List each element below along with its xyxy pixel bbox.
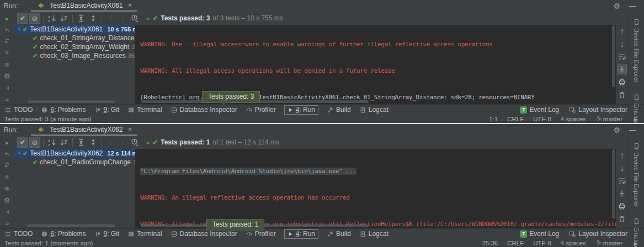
caret-position[interactable]: 25:36 [482, 240, 498, 246]
test-history-button[interactable] [129, 13, 140, 24]
line-separator[interactable]: CRLF [507, 240, 524, 246]
rerun-failed-tests-button[interactable] [3, 151, 11, 156]
expand-all-button[interactable] [76, 137, 87, 148]
sort-by-duration-button[interactable] [58, 137, 70, 148]
sidebar-item-emulator[interactable]: Emulator [633, 93, 640, 123]
test-settings-gear-icon[interactable]: ⚙ [4, 197, 10, 204]
git-branch-widget[interactable]: master [595, 240, 622, 246]
up-arrow-icon[interactable]: ↑ [617, 26, 627, 36]
camera-icon[interactable] [3, 186, 11, 191]
gear-icon[interactable]: ⚙ [613, 126, 620, 134]
collapse-all-button[interactable] [88, 137, 99, 148]
down-arrow-icon[interactable]: ↓ [617, 163, 627, 173]
tab-testb1basicactivityx061[interactable]: TestB1BasicActivityX061 ✕ [31, 0, 137, 12]
soft-wrap-button[interactable] [617, 52, 627, 62]
show-passed-toggle[interactable]: ✔ [17, 13, 28, 24]
toolwindow-git[interactable]: 9: Git [94, 230, 120, 238]
test-tree-root-row[interactable]: ˅ ✔ TestB1BasicActivityX062 (org.aplas.t… [14, 149, 135, 158]
sort-by-duration-button[interactable] [58, 13, 70, 24]
close-icon[interactable]: ✕ [127, 126, 132, 132]
layout-inspector-button[interactable]: Layout Inspector [568, 230, 627, 238]
clear-all-button[interactable] [617, 214, 627, 224]
indent-setting[interactable]: 4 spaces [561, 116, 586, 122]
toolwindow-database-inspector[interactable]: Database Inspector [171, 106, 237, 114]
next-occurrence-button[interactable]: ↓ [117, 137, 128, 148]
git-branch-widget[interactable]: master [595, 116, 622, 122]
test-settings-gear-icon[interactable]: ⚙ [4, 73, 10, 80]
toolwindow-run[interactable]: 4: Run [284, 105, 318, 115]
close-icon[interactable]: ✕ [127, 2, 132, 8]
toolwindow-logcat[interactable]: Logcat [359, 106, 388, 114]
previous-occurrence-button[interactable]: ↑ [105, 13, 116, 24]
rerun-button[interactable] [3, 17, 11, 22]
test-tree-row[interactable]: ✔ check_01_StringArray_Distance 10 s 64 … [14, 34, 135, 42]
scroll-to-end-button[interactable] [617, 189, 627, 198]
more-chevron-icon[interactable]: » [146, 139, 149, 146]
rerun-failed-tests-button[interactable] [3, 27, 11, 32]
toggle-auto-test-button[interactable] [3, 162, 11, 168]
tree-horizontal-scrollbar[interactable] [28, 100, 115, 103]
sort-alphabetically-button[interactable]: az [46, 13, 57, 24]
camera-icon[interactable] [3, 62, 11, 67]
minimize-icon[interactable]: — [629, 2, 636, 10]
toolwindow-problems[interactable]: 6: Problems [41, 106, 86, 114]
minimize-icon[interactable]: — [629, 126, 636, 134]
file-encoding[interactable]: UTF-8 [533, 116, 551, 122]
more-chevron-icon[interactable]: » [6, 96, 8, 103]
toolwindow-problems[interactable]: 6: Problems [41, 230, 86, 238]
test-tree-row[interactable]: ✔ check_01_RadioGroupChange 12 s 114 ms [14, 158, 135, 167]
up-arrow-icon[interactable]: ↑ [617, 151, 627, 160]
previous-occurrence-button[interactable]: ↑ [105, 137, 116, 148]
tree-horizontal-scrollbar[interactable] [28, 224, 115, 227]
collapse-all-button[interactable] [88, 13, 99, 24]
sidebar-item-device-file-explorer[interactable]: Device File Explorer [633, 142, 640, 206]
caret-position[interactable]: 1:1 [489, 116, 498, 122]
sidebar-item-emulator[interactable]: Emulator [633, 217, 640, 247]
chevron-down-icon[interactable]: ˅ [16, 26, 23, 32]
test-tree-row[interactable]: ✔ check_02_StringArray_Weight 327 ms [14, 42, 135, 51]
test-tree-row[interactable]: ✔ check_03_Image_Resources 364 ms [14, 51, 135, 60]
more-chevron-icon[interactable]: » [146, 15, 149, 22]
stop-button[interactable]: ■ [5, 49, 9, 56]
toolwindow-todo[interactable]: TODO [4, 230, 33, 238]
event-log-button[interactable]: 7Event Log [520, 230, 559, 238]
tab-testb1basicactivityx062[interactable]: TestB1BasicActivityX062 ✕ [31, 124, 137, 136]
chevron-down-icon[interactable]: ˅ [16, 151, 23, 156]
event-log-button[interactable]: 7Event Log [520, 106, 559, 114]
gear-icon[interactable]: ⚙ [613, 2, 620, 10]
line-separator[interactable]: CRLF [507, 116, 524, 122]
run-console[interactable]: "C:\Program Files\Android\Android Studio… [135, 149, 616, 228]
toolwindow-run[interactable]: 4: Run [284, 229, 318, 239]
file-encoding[interactable]: UTF-8 [533, 240, 551, 246]
test-tree-root-row[interactable]: ˅ ✔ TestB1BasicActivityX061 (org.aplas.t… [14, 25, 135, 34]
show-ignored-toggle[interactable]: ⊘ [29, 13, 40, 24]
test-history-button[interactable] [129, 137, 140, 148]
toggle-auto-test-button[interactable] [3, 38, 11, 44]
indent-setting[interactable]: 4 spaces [561, 240, 586, 246]
next-occurrence-button[interactable]: ↓ [117, 13, 128, 24]
print-button[interactable] [617, 201, 627, 211]
toolwindow-todo[interactable]: TODO [4, 106, 33, 114]
expand-all-button[interactable] [76, 13, 87, 24]
toolwindow-build[interactable]: Build [327, 106, 351, 114]
toolwindow-terminal[interactable]: Terminal [127, 230, 162, 238]
exit-arrow-icon[interactable] [3, 210, 11, 214]
sort-alphabetically-button[interactable]: az [46, 137, 57, 148]
exit-arrow-icon[interactable] [3, 85, 11, 90]
toolwindow-profiler[interactable]: Profiler [246, 106, 276, 114]
toolwindow-logcat[interactable]: Logcat [359, 230, 388, 238]
stop-button[interactable]: ■ [5, 173, 9, 180]
down-arrow-icon[interactable]: ↓ [617, 39, 627, 49]
show-passed-toggle[interactable]: ✔ [17, 137, 28, 148]
console-vertical-scrollbar[interactable] [612, 25, 615, 87]
console-vertical-scrollbar[interactable] [612, 149, 615, 219]
toolwindow-terminal[interactable]: Terminal [127, 106, 162, 114]
more-chevron-icon[interactable]: » [6, 220, 8, 227]
toolwindow-profiler[interactable]: Profiler [246, 230, 276, 238]
show-ignored-toggle[interactable]: ⊘ [29, 137, 40, 148]
toolwindow-build[interactable]: Build [327, 230, 351, 238]
clear-all-button[interactable] [617, 90, 627, 100]
soft-wrap-button[interactable] [617, 176, 627, 186]
print-button[interactable] [617, 77, 627, 87]
scroll-to-end-button[interactable] [617, 65, 627, 74]
